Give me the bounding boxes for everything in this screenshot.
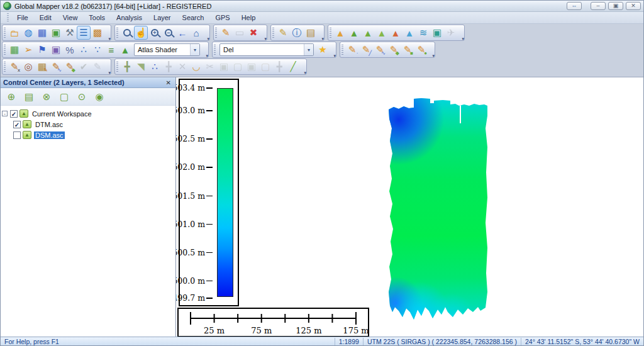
zoom-out-icon[interactable]: − xyxy=(162,26,175,40)
new-map-view-icon[interactable]: ▣ xyxy=(49,26,63,40)
viewer-layout-icon[interactable]: ▦ xyxy=(8,43,21,57)
tree-item-dtm-asc[interactable]: ✓DTM.asc xyxy=(2,119,174,130)
edit-vertices-icon[interactable]: ∴ xyxy=(148,60,162,74)
minimize-button[interactable]: – xyxy=(591,2,606,10)
menu-search[interactable]: Search xyxy=(177,13,210,23)
create-point-icon[interactable]: ✎∙ xyxy=(345,43,359,57)
layer-label[interactable]: DTM.asc xyxy=(34,121,64,128)
favorites-star-icon[interactable]: ★ xyxy=(316,43,330,57)
move-feature-icon[interactable]: ╋ xyxy=(120,60,134,74)
feature-info-icon[interactable]: ⓘ xyxy=(290,26,304,40)
tree-item-dsm-asc[interactable]: DSM.asc xyxy=(2,130,174,140)
zoom-in-icon[interactable]: + xyxy=(148,26,162,40)
create-freehand-icon[interactable]: ✎∿ xyxy=(373,43,387,57)
save-workspace-icon[interactable]: ▦ xyxy=(35,26,49,40)
path-profile-icon[interactable]: ⚑ xyxy=(35,43,49,57)
create-line-icon[interactable]: ✎╱ xyxy=(359,43,373,57)
water-level-rise-icon[interactable]: ≋ xyxy=(416,26,430,40)
control-center-icon[interactable]: ☰ xyxy=(77,26,91,40)
svg-text:75 m: 75 m xyxy=(251,326,272,335)
menu-edit[interactable]: Edit xyxy=(34,13,57,23)
zoom-to-layer-icon[interactable]: ⊙ xyxy=(75,90,89,104)
create-area-icon[interactable]: ✎◆ xyxy=(387,43,401,57)
search-combobox-value: Del xyxy=(220,46,304,53)
fly-to-position-icon[interactable]: ➢ xyxy=(21,43,35,57)
map-canvas[interactable]: 503.4 m503.0 m502.5 m502.0 m501.5 m501.0… xyxy=(176,77,643,337)
snap-grid-icon: ╋ xyxy=(272,60,286,74)
download-online-data-icon[interactable]: ◍ xyxy=(21,26,35,40)
map-catalog-icon[interactable]: ▩ xyxy=(91,26,104,40)
custom-shader-icon[interactable]: ▲ xyxy=(347,26,361,40)
tree-expander-icon[interactable]: - xyxy=(2,111,8,116)
restore-button[interactable]: ▣ xyxy=(608,2,623,10)
view-3d-icon[interactable]: ▣ xyxy=(49,43,63,57)
split-line-icon: ✂ xyxy=(203,60,217,74)
configuration-wrench-icon[interactable]: ⚒ xyxy=(63,26,77,40)
lidar-classify-icon[interactable]: ∴ xyxy=(77,43,91,57)
zoom-box-icon[interactable] xyxy=(120,26,134,40)
mirror-copy-icon: ▣ xyxy=(245,60,258,74)
close-button[interactable]: ✕ xyxy=(626,2,641,10)
tree-item-current-workspace[interactable]: -✓Current Workspace xyxy=(2,108,174,119)
layer-options-icon[interactable]: ▤ xyxy=(22,90,36,104)
layer-checkbox[interactable] xyxy=(13,131,21,139)
pan-hand-icon[interactable]: ☝ xyxy=(134,26,148,40)
menu-tools[interactable]: Tools xyxy=(83,13,111,23)
shader-combobox-arrow-icon[interactable]: ▾ xyxy=(190,44,199,55)
status-bar: For Help, press F1 1:1899 UTM 22S ( SIRG… xyxy=(1,337,643,345)
shader-combobox[interactable]: Atlas Shader▾ xyxy=(134,43,200,56)
layer-thumbnail-icon xyxy=(23,131,31,139)
create-rectangle-icon[interactable]: ✎■ xyxy=(401,43,414,57)
panel-close-icon[interactable]: ✕ xyxy=(164,79,173,86)
menu-help[interactable]: Help xyxy=(236,13,262,23)
shader-combobox-value: Atlas Shader xyxy=(135,46,190,53)
lidar-filter-icon[interactable]: ∵ xyxy=(91,43,104,57)
watershed-icon[interactable]: ▲ xyxy=(402,26,416,40)
confirm-edit-icon: ✔ xyxy=(77,60,91,74)
open-data-file-icon[interactable]: 🗀 xyxy=(8,26,21,40)
area-paint-icon[interactable]: ✎◆ xyxy=(63,60,77,74)
stroke-pen-icon[interactable]: ╱ xyxy=(286,60,300,74)
vertex-edit-icon[interactable]: ✎∿ xyxy=(49,60,63,74)
crop-layer-icon[interactable]: ▢ xyxy=(57,90,71,104)
nav-toggle-button[interactable]: ⇔ xyxy=(567,2,582,10)
join-lines-icon[interactable]: ◡ xyxy=(189,60,203,74)
terrain-mountains-icon[interactable]: ▲ xyxy=(118,43,132,57)
menu-view[interactable]: View xyxy=(57,13,84,23)
lidar-toolbar-icon[interactable]: ≡ xyxy=(104,43,118,57)
attribute-calc-icon[interactable]: ✎x xyxy=(8,60,21,74)
contour-generation-icon[interactable]: ▲ xyxy=(375,26,389,40)
view-shed-icon[interactable]: ▲ xyxy=(389,26,402,40)
menu-file[interactable]: File xyxy=(11,13,34,23)
layer-visibility-icon[interactable]: ◉ xyxy=(92,90,106,104)
snap-target-icon[interactable]: ◎ xyxy=(21,60,35,74)
resize-feature-icon[interactable]: ◥ xyxy=(134,60,148,74)
layer-label[interactable]: DSM.asc xyxy=(34,131,65,139)
previous-view-icon[interactable]: ← xyxy=(175,26,189,40)
menu-layer[interactable]: Layer xyxy=(148,13,177,23)
terrain-paint-icon[interactable]: ▲ xyxy=(361,26,375,40)
open-layer-file-icon[interactable]: ⊕ xyxy=(4,90,18,104)
workspace-checkbox[interactable]: ✓ xyxy=(10,110,18,118)
digitizer-pencil-icon[interactable]: ✎ xyxy=(219,26,233,40)
workspace-label[interactable]: Current Workspace xyxy=(31,110,93,118)
global-mapper-window: Global Mapper v18.2 (b062317) [64-bit] [… xyxy=(0,0,644,346)
full-view-home-icon[interactable]: ⌂ xyxy=(189,26,203,40)
layer-checkbox[interactable]: ✓ xyxy=(13,121,21,128)
offset-copy-icon: ▢ xyxy=(231,60,245,74)
spectral-ramp-icon[interactable]: ▣ xyxy=(430,26,444,40)
measure-tool-icon[interactable]: ✎ xyxy=(276,26,290,40)
delete-feature-icon[interactable]: ✖ xyxy=(247,26,260,40)
toolbar-row-1: 🗀◍▦▣⚒☰▩☝+−←⌂✎▭✖✎ⓘ▤▲▲▲▲▲▲≋▣✈ xyxy=(2,25,642,41)
close-layer-icon[interactable]: ⊗ xyxy=(40,90,53,104)
attribute-table-icon[interactable]: ▦✎ xyxy=(35,60,49,74)
search-combobox[interactable]: Del▾ xyxy=(219,43,314,56)
menu-analysis[interactable]: Analysis xyxy=(111,13,148,23)
identify-page-icon[interactable]: ▤ xyxy=(304,26,318,40)
zoom-toolbar: ☝+−←⌂ xyxy=(114,25,210,41)
create-circle-icon[interactable]: ✎● xyxy=(414,43,428,57)
atlas-shader-legend-icon[interactable]: ▲ xyxy=(333,26,347,40)
slope-tool-icon[interactable]: % xyxy=(63,43,77,57)
menu-gps[interactable]: GPS xyxy=(209,13,235,23)
search-combobox-arrow-icon[interactable]: ▾ xyxy=(304,44,313,55)
